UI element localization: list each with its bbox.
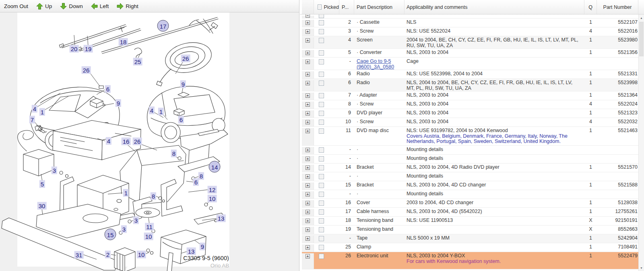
expand-toggle-icon[interactable]: + bbox=[305, 201, 310, 205]
scroll-up-button[interactable]: ▲ bbox=[639, 14, 644, 21]
picked-checkbox[interactable] bbox=[319, 254, 324, 259]
picked-checkbox[interactable] bbox=[319, 201, 324, 206]
picked-checkbox[interactable] bbox=[319, 102, 324, 107]
picked-checkbox[interactable] bbox=[319, 227, 324, 232]
column-header-quantity[interactable]: Q bbox=[584, 0, 597, 14]
picked-checkbox[interactable] bbox=[319, 29, 324, 34]
table-row[interactable]: +18Tensioning bandNLS: USE 11900513X9215… bbox=[302, 217, 638, 225]
table-row[interactable]: − bbox=[302, 14, 638, 19]
expand-toggle-icon[interactable]: + bbox=[305, 157, 310, 161]
row-expand-cell: + bbox=[302, 218, 314, 225]
table-row[interactable]: +15BracketNLS, 2003 to 2004, 4D CD chang… bbox=[302, 181, 638, 190]
pan-down-button[interactable]: Down bbox=[60, 3, 83, 10]
picked-checkbox[interactable] bbox=[319, 111, 324, 116]
position-header-label: P... bbox=[342, 4, 349, 10]
picked-checkbox[interactable] bbox=[319, 59, 324, 64]
expand-toggle-icon[interactable]: + bbox=[305, 102, 310, 107]
table-scrollbar[interactable]: ▲ ▼ bbox=[638, 14, 644, 271]
picked-checkbox[interactable] bbox=[319, 81, 324, 86]
table-row[interactable]: +-Cage Go to 9-5 (9600)_3A_0580Cage bbox=[302, 58, 638, 70]
expand-toggle-icon[interactable]: + bbox=[305, 120, 310, 124]
expand-toggle-icon[interactable]: + bbox=[305, 148, 310, 152]
expand-toggle-icon[interactable]: + bbox=[305, 111, 310, 116]
expand-toggle-icon[interactable]: + bbox=[305, 228, 310, 232]
diagram-part-number: 19 bbox=[84, 45, 93, 53]
expand-toggle-icon[interactable]: + bbox=[305, 192, 310, 197]
expand-toggle-icon[interactable]: + bbox=[305, 38, 310, 43]
table-row[interactable]: +10· ScrewNLS, 2003 to 200445522032 bbox=[302, 118, 638, 127]
expand-toggle-icon[interactable]: + bbox=[305, 236, 310, 241]
picked-checkbox[interactable] bbox=[319, 245, 324, 250]
picked-checkbox[interactable] bbox=[319, 120, 324, 125]
expand-toggle-icon[interactable]: + bbox=[305, 210, 310, 214]
expand-toggle-icon[interactable]: + bbox=[305, 93, 310, 98]
table-row[interactable]: +2· CassetteNLS15522107 bbox=[302, 19, 638, 27]
picked-checkbox[interactable] bbox=[319, 14, 324, 18]
table-row[interactable]: +-·Mounting details bbox=[302, 172, 638, 181]
table-row[interactable]: +6RadioNLS, 2004 to 2004, BE, CH, CY, CZ… bbox=[302, 79, 638, 91]
table-row[interactable]: +-·Mounting details bbox=[302, 190, 638, 199]
table-row[interactable]: +9DVD playerNLS, 2003 to 200415521323 bbox=[302, 109, 638, 118]
picked-checkbox[interactable] bbox=[319, 183, 324, 188]
expand-toggle-icon[interactable]: + bbox=[305, 81, 310, 85]
column-header-picked[interactable]: Picked bbox=[314, 0, 339, 14]
expand-toggle-icon[interactable]: + bbox=[305, 254, 310, 259]
table-row[interactable]: +4Screen2004 to 2004, BE, CH, CY, CZ, EE… bbox=[302, 36, 638, 49]
picked-checkbox[interactable] bbox=[319, 147, 324, 153]
scroll-down-button[interactable]: ▼ bbox=[639, 265, 644, 271]
expand-toggle-icon[interactable]: + bbox=[305, 51, 310, 55]
scrollbar-thumb[interactable] bbox=[639, 22, 644, 56]
picked-checkbox[interactable] bbox=[319, 72, 324, 77]
expand-toggle-icon[interactable]: + bbox=[305, 245, 310, 250]
expand-toggle-icon[interactable]: + bbox=[305, 60, 310, 64]
table-row[interactable]: +11DVD map discNLS: USE 93199782, 2004 t… bbox=[302, 127, 638, 146]
expand-toggle-icon[interactable]: + bbox=[305, 174, 310, 179]
picked-checkbox[interactable] bbox=[319, 209, 324, 215]
expand-toggle-icon[interactable]: + bbox=[305, 219, 310, 223]
table-row[interactable]: +6RadioNLS: USE 5523998, 2004 to 2004155… bbox=[302, 70, 638, 79]
picked-checkbox[interactable] bbox=[319, 128, 324, 134]
expand-toggle-icon[interactable]: + bbox=[305, 21, 310, 25]
picked-checkbox[interactable] bbox=[319, 236, 324, 241]
diagram-viewport[interactable]: 1720191825266941726941641626358148618121… bbox=[0, 12, 299, 271]
expand-toggle-icon[interactable]: + bbox=[305, 29, 310, 34]
column-header-part-number[interactable]: Part Number bbox=[597, 0, 638, 14]
picked-checkbox[interactable] bbox=[319, 192, 324, 197]
pan-right-button[interactable]: Right bbox=[117, 3, 138, 10]
pan-left-button[interactable]: Left bbox=[91, 3, 109, 10]
picked-checkbox[interactable] bbox=[319, 174, 324, 179]
picked-checkbox[interactable] bbox=[319, 156, 324, 161]
select-all-checkbox[interactable] bbox=[318, 4, 322, 10]
picked-checkbox[interactable] bbox=[319, 93, 324, 98]
column-header-applicability[interactable]: Applicability and comments bbox=[405, 0, 584, 14]
part-number-cell: 7108491 bbox=[597, 244, 638, 252]
column-header-position[interactable]: P... bbox=[339, 0, 354, 14]
picked-checkbox[interactable] bbox=[319, 38, 324, 43]
table-row[interactable]: +5· ConverterNLS, 2003 to 200415521356 bbox=[302, 49, 638, 58]
part-link[interactable]: Cage Go to 9-5 (9600)_3A_0580 bbox=[357, 58, 394, 70]
table-row[interactable]: +19Tensioning bandX8552663 bbox=[302, 225, 638, 234]
table-row[interactable]: +3· ScrewNLS: USE 552202445522016 bbox=[302, 27, 638, 36]
table-row[interactable]: +26Electronic unitNLS, 2003 to 2004 Y-BO… bbox=[302, 252, 638, 269]
table-row[interactable]: +-TapeNLS 5000 x 19 MM15242904 bbox=[302, 234, 638, 243]
table-row[interactable]: +25Clamp17108491 bbox=[302, 243, 638, 252]
zoom-out-button[interactable]: Zoom Out bbox=[4, 3, 28, 9]
expand-toggle-icon[interactable]: + bbox=[305, 165, 310, 170]
expand-toggle-icon[interactable]: + bbox=[305, 183, 310, 188]
picked-checkbox[interactable] bbox=[319, 50, 324, 56]
expand-toggle-icon[interactable]: − bbox=[305, 14, 310, 18]
expand-toggle-icon[interactable]: + bbox=[305, 129, 310, 133]
table-row[interactable]: +8· ScrewNLS, 2003 to 200445522024 bbox=[302, 100, 638, 109]
table-row[interactable]: +-·Mounting details bbox=[302, 146, 638, 155]
picked-checkbox[interactable] bbox=[319, 165, 324, 170]
table-row[interactable]: +-·Mounting details bbox=[302, 155, 638, 163]
expand-toggle-icon[interactable]: + bbox=[305, 72, 310, 77]
picked-checkbox[interactable] bbox=[319, 20, 324, 25]
table-row[interactable]: +16Cover2003 to 2004, 4D CD changer15128… bbox=[302, 199, 638, 208]
picked-checkbox[interactable] bbox=[319, 218, 324, 223]
table-row[interactable]: +17Cable harnessNLS, 2003 to 2004, 4D (5… bbox=[302, 208, 638, 217]
pan-up-button[interactable]: Up bbox=[36, 3, 52, 10]
column-header-description[interactable]: Part Description bbox=[354, 0, 405, 14]
table-row[interactable]: +7· AdapterNLS, 2003 to 200415521364 bbox=[302, 91, 638, 100]
table-row[interactable]: +14BracketNLS, 2003 to 2004, 4D Radio DV… bbox=[302, 163, 638, 172]
